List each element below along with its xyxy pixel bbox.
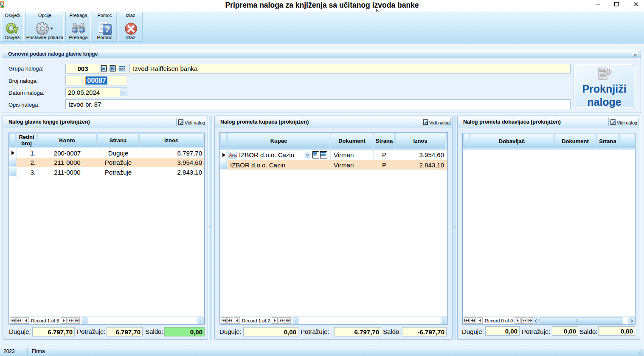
svg-text:c: c	[235, 154, 237, 158]
svg-text:?: ?	[104, 24, 110, 34]
